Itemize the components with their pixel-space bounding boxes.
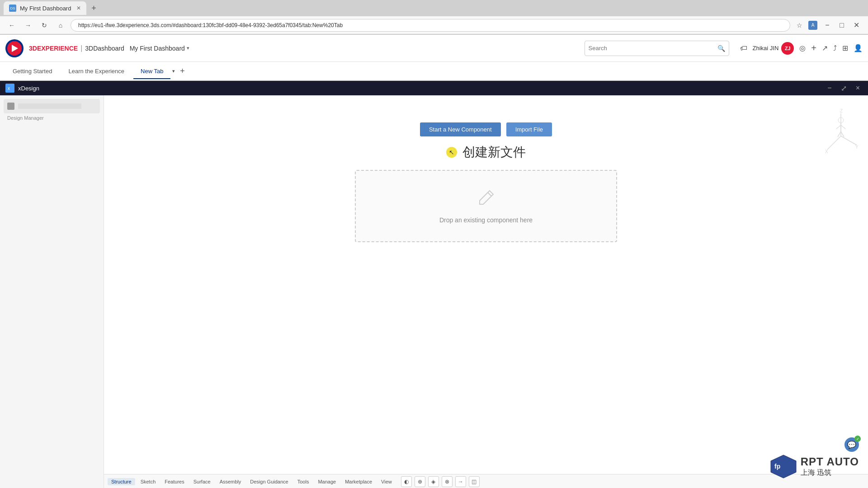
sidebar-section: Design Manager [4,99,100,122]
start-new-component-button[interactable]: Start a New Component [420,122,501,136]
toolbar-tab-structure[interactable]: Structure [108,478,135,485]
tab-new-tab[interactable]: New Tab [133,64,170,79]
user-info: Zhikai JIN ZJ [753,42,794,55]
user-avatar: ZJ [781,42,794,55]
toolbar-tab-features[interactable]: Features [161,478,188,485]
browser-tab[interactable]: DS My First Dashboard ✕ [4,1,86,15]
drop-zone[interactable]: Drop an existing component here [355,170,617,242]
address-bar-input[interactable] [71,19,790,32]
svg-line-3 [827,136,841,150]
rpt-name: RPT AUTO [801,455,859,468]
left-sidebar: Design Manager [0,95,104,488]
xdesign-title: xDesign [18,85,39,92]
tab-dropdown-arrow[interactable]: ▾ [172,68,175,74]
axis-indicator: Z X Y [823,109,859,163]
svg-line-4 [841,136,857,145]
toolbar-tab-view[interactable]: View [377,478,396,485]
chat-badge: ✓ [854,436,861,442]
toolbar-tab-sketch[interactable]: Sketch [137,478,160,485]
user-name: Zhikai JIN [753,45,779,52]
play-icon [12,45,18,52]
user-icon[interactable]: 👤 [854,44,863,52]
cursor-arrow: ↖ [449,149,454,156]
dashboard-title[interactable]: My First Dashboard ▾ [130,45,189,52]
sidebar-placeholder [18,103,81,109]
share2-icon[interactable]: ⤴ [833,44,837,52]
pencil-icon [477,189,495,211]
close-window-button[interactable]: ✕ [850,19,863,32]
svg-text:x: x [8,86,10,91]
tab-favicon: DS [9,5,16,12]
cursor-indicator: ↖ [446,147,457,158]
toolbar-tab-surface[interactable]: Surface [190,478,214,485]
search-box: 🔍 [585,41,729,56]
forward-button[interactable]: → [22,19,34,32]
svg-text:X: X [825,149,828,154]
app-logo-inner [7,41,22,56]
extension-button[interactable]: A [808,21,817,30]
brand-3d: 3DEXPERIENCE [29,45,78,52]
sidebar-design-manager-label: Design Manager [4,113,100,122]
app-header: 3DEXPERIENCE | 3DDashboard My First Dash… [0,35,868,62]
chat-icon: 💬 [847,441,856,449]
toolbar-tab-assembly[interactable]: Assembly [216,478,245,485]
sidebar-header[interactable] [4,99,100,113]
create-new-label: ↖ 创建新文件 [446,144,526,161]
svg-line-11 [841,125,845,129]
new-tab-button[interactable]: + [88,3,99,14]
toolbar-icon-4[interactable]: ⊗ [442,476,453,487]
compass-icon[interactable]: ◎ [799,44,806,52]
toolbar-icons: ◐ ⊕ ◈ ⊗ → ◫ [397,476,483,487]
svg-text:Y: Y [855,145,859,150]
import-file-button[interactable]: Import File [506,122,552,136]
bottom-toolbar: Structure Sketch Features Surface Assemb… [104,474,868,488]
sidebar-section-icon [7,103,14,110]
svg-line-10 [836,125,841,129]
xdesign-close-button[interactable]: × [853,83,863,93]
grid-icon[interactable]: ⊞ [842,44,848,52]
create-new-text: 创建新文件 [462,144,526,161]
tab-label: My First Dashboard [20,5,71,12]
rpt-logo-shape: fp [770,454,797,479]
brand-area: 3DEXPERIENCE | 3DDashboard [29,44,124,52]
toolbar-icon-2[interactable]: ⊕ [415,476,425,487]
toolbar-tab-marketplace[interactable]: Marketplace [341,478,376,485]
xdesign-maximize-button[interactable]: ⤢ [838,83,849,94]
minimize-button[interactable]: − [821,19,834,32]
tab-learn-experience[interactable]: Learn the Experience [61,64,132,79]
refresh-button[interactable]: ↻ [38,19,51,32]
add-tab-button[interactable]: + [177,66,188,76]
header-icons: 🏷 Zhikai JIN ZJ ◎ + ↗ ⤴ ⊞ 👤 [740,42,863,55]
chat-bubble[interactable]: 💬 ✓ [844,437,859,452]
search-icon: 🔍 [717,45,725,52]
svg-text:Z: Z [840,109,843,113]
toolbar-tab-manage[interactable]: Manage [314,478,340,485]
tab-bar: Getting Started Learn the Experience New… [0,62,868,81]
tab-close-button[interactable]: ✕ [76,5,81,11]
back-button[interactable]: ← [5,19,18,32]
toolbar-icon-5[interactable]: → [455,476,466,487]
tag-icon[interactable]: 🏷 [740,44,747,52]
main-area: Design Manager Z X Y [0,95,868,488]
toolbar-tab-tools[interactable]: Tools [294,478,313,485]
search-input[interactable] [589,45,717,52]
dashboard-dropdown-arrow: ▾ [187,45,189,51]
product-name: 3DDashboard [85,45,124,52]
dashboard-title-text: My First Dashboard [130,45,185,52]
toolbar-icon-6[interactable]: ◫ [469,476,480,487]
home-button[interactable]: ⌂ [54,19,67,32]
rpt-chinese-text: 上海 迅筑 [801,468,859,478]
browser-address-bar: ← → ↻ ⌂ ☆ A − □ ✕ [0,16,868,34]
toolbar-icon-3[interactable]: ◈ [428,476,439,487]
share-icon[interactable]: ↗ [822,44,828,52]
restore-button[interactable]: □ [835,19,848,32]
xdesign-minimize-button[interactable]: − [825,83,834,93]
tab-getting-started[interactable]: Getting Started [5,64,59,79]
bookmark-button[interactable]: ☆ [794,20,805,31]
xdesign-controls: − ⤢ × [825,83,863,94]
toolbar-tab-design-guidance[interactable]: Design Guidance [246,478,292,485]
toolbar-icon-1[interactable]: ◐ [401,476,412,487]
app-logo [5,39,24,57]
rpt-logo: fp RPT AUTO 上海 迅筑 [770,454,859,479]
add-icon[interactable]: + [811,43,816,53]
